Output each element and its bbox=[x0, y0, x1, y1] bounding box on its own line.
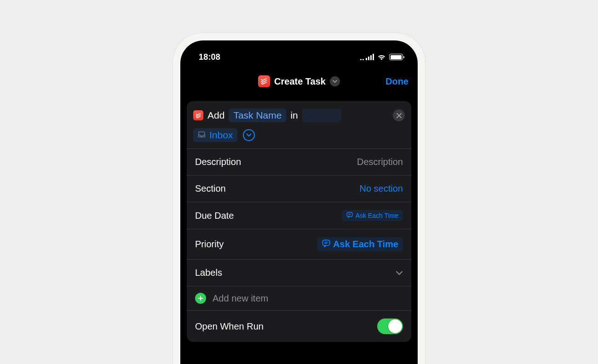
inbox-pill[interactable]: Inbox bbox=[193, 128, 237, 142]
row-section[interactable]: Section No section bbox=[187, 175, 411, 202]
row-due-date[interactable]: Due Date Ask Each Time bbox=[187, 202, 411, 229]
status-time: 18:08 bbox=[199, 52, 220, 62]
row-priority[interactable]: Priority Ask Each Time bbox=[187, 229, 411, 259]
nav-title: Create Task bbox=[274, 76, 326, 87]
due-date-value[interactable]: Ask Each Time bbox=[342, 210, 403, 221]
expand-icon[interactable] bbox=[243, 129, 255, 141]
svg-rect-0 bbox=[347, 212, 352, 216]
todoist-small-icon bbox=[193, 110, 203, 120]
open-when-run-label: Open When Run bbox=[195, 321, 264, 332]
task-list-field[interactable] bbox=[302, 108, 341, 122]
status-bar: 18:08 bbox=[180, 40, 418, 67]
open-when-run-toggle[interactable] bbox=[377, 318, 403, 334]
action-in-label: in bbox=[290, 110, 298, 121]
description-label: Description bbox=[195, 157, 241, 167]
chevron-down-icon[interactable] bbox=[330, 76, 340, 86]
close-button[interactable] bbox=[393, 109, 405, 121]
done-button[interactable]: Done bbox=[376, 76, 408, 87]
ask-each-time-icon bbox=[322, 239, 330, 250]
phone-screen: 18:08 bbox=[180, 40, 418, 364]
add-new-item-label: Add new item bbox=[213, 293, 268, 304]
status-icons bbox=[361, 54, 403, 60]
plus-icon bbox=[195, 293, 206, 304]
nav-title-group[interactable]: Create Task bbox=[258, 75, 340, 87]
row-labels[interactable]: Labels bbox=[187, 259, 411, 286]
action-add-label: Add bbox=[207, 110, 224, 121]
add-new-item-row[interactable]: Add new item bbox=[187, 286, 411, 310]
due-date-label: Due Date bbox=[195, 210, 234, 221]
battery-icon bbox=[389, 54, 403, 60]
action-header: Add Task Name in Inbox bbox=[187, 101, 411, 148]
chevron-down-icon bbox=[396, 269, 403, 277]
todoist-app-icon bbox=[258, 75, 270, 87]
row-open-when-run: Open When Run bbox=[187, 310, 411, 342]
ask-each-time-icon bbox=[346, 212, 353, 219]
priority-label: Priority bbox=[195, 239, 224, 250]
svg-rect-1 bbox=[322, 240, 329, 245]
inbox-icon bbox=[198, 131, 206, 140]
section-value: No section bbox=[360, 183, 403, 194]
row-description[interactable]: Description Description bbox=[187, 148, 411, 175]
section-label: Section bbox=[195, 183, 226, 194]
phone-frame: 18:08 bbox=[173, 33, 425, 364]
nav-bar: Create Task Done bbox=[180, 67, 418, 97]
task-name-field[interactable]: Task Name bbox=[229, 108, 286, 122]
action-card: Add Task Name in Inbox bbox=[187, 101, 411, 342]
priority-value[interactable]: Ask Each Time bbox=[317, 237, 403, 251]
inbox-label: Inbox bbox=[209, 130, 233, 141]
labels-label: Labels bbox=[195, 267, 222, 278]
wifi-icon bbox=[377, 54, 386, 60]
description-value: Description bbox=[357, 157, 403, 167]
dual-sim-signal-icon bbox=[361, 54, 374, 60]
